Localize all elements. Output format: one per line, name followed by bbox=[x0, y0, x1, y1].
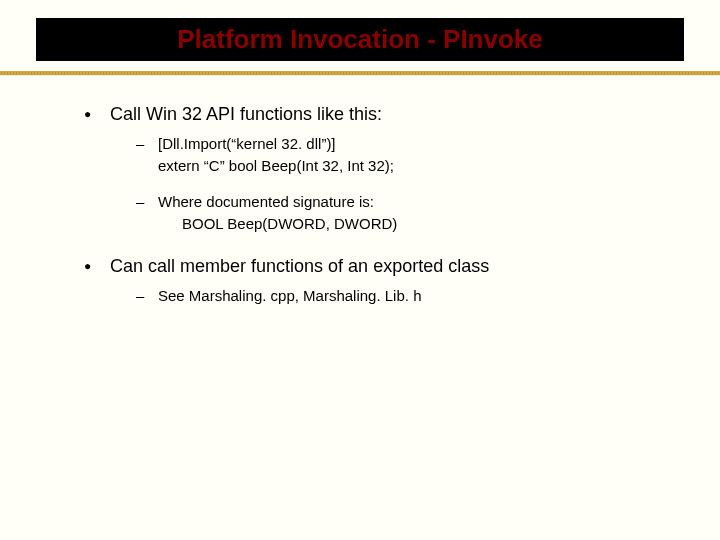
sub-bullet-item: – See Marshaling. cpp, Marshaling. Lib. … bbox=[136, 285, 660, 307]
bullet-text: Can call member functions of an exported… bbox=[110, 253, 489, 279]
sub-bullet-text: [Dll.Import(“kernel 32. dll”)] extern “C… bbox=[158, 133, 394, 177]
dash-icon: – bbox=[136, 191, 158, 213]
title-bar: Platform Invocation - PInvoke bbox=[36, 18, 684, 61]
bullet-text: Call Win 32 API functions like this: bbox=[110, 101, 382, 127]
sub-bullet-group: – See Marshaling. cpp, Marshaling. Lib. … bbox=[84, 285, 660, 307]
sub-line: extern “C” bool Beep(Int 32, Int 32); bbox=[158, 155, 394, 177]
sub-line: See Marshaling. cpp, Marshaling. Lib. h bbox=[158, 285, 421, 307]
slide-content: ● Call Win 32 API functions like this: –… bbox=[0, 75, 720, 307]
sub-line: [Dll.Import(“kernel 32. dll”)] bbox=[158, 133, 394, 155]
sub-line: Where documented signature is: bbox=[158, 191, 397, 213]
sub-bullet-group: – [Dll.Import(“kernel 32. dll”)] extern … bbox=[84, 133, 660, 235]
sub-bullet-text: Where documented signature is: BOOL Beep… bbox=[158, 191, 397, 235]
sub-bullet-text: See Marshaling. cpp, Marshaling. Lib. h bbox=[158, 285, 421, 307]
sub-bullet-item: – Where documented signature is: BOOL Be… bbox=[136, 191, 660, 235]
bullet-dot-icon: ● bbox=[84, 253, 110, 279]
bullet-item: ● Can call member functions of an export… bbox=[84, 253, 660, 279]
sub-bullet-item: – [Dll.Import(“kernel 32. dll”)] extern … bbox=[136, 133, 660, 177]
dash-icon: – bbox=[136, 285, 158, 307]
dash-icon: – bbox=[136, 133, 158, 155]
bullet-item: ● Call Win 32 API functions like this: bbox=[84, 101, 660, 127]
slide-title: Platform Invocation - PInvoke bbox=[36, 24, 684, 55]
sub-line: BOOL Beep(DWORD, DWORD) bbox=[158, 213, 397, 235]
slide: Platform Invocation - PInvoke ● Call Win… bbox=[0, 18, 720, 540]
bullet-dot-icon: ● bbox=[84, 101, 110, 127]
